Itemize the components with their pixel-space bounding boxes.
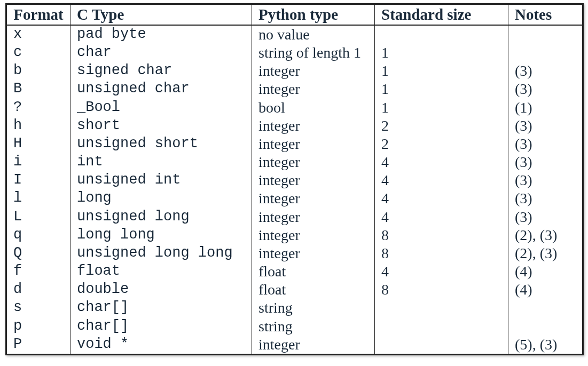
table-row: ffloatfloat4(4) — [6, 262, 583, 281]
cell-size: 2 — [375, 135, 508, 153]
cell-ctype: signed char — [70, 62, 252, 80]
cell-notes: (3) — [508, 135, 583, 153]
cell-pytype: string — [252, 317, 375, 336]
cell-ctype: unsigned int — [70, 171, 252, 189]
cell-pytype: integer — [252, 336, 375, 355]
cell-notes — [508, 299, 583, 317]
cell-pytype: no value — [252, 25, 375, 44]
table-row: llonginteger4(3) — [6, 189, 583, 208]
cell-ctype: int — [70, 153, 252, 171]
cell-ctype: unsigned char — [70, 80, 252, 98]
cell-size: 4 — [375, 208, 508, 226]
cell-size: 2 — [375, 117, 508, 135]
cell-ctype: _Bool — [70, 99, 252, 117]
cell-pytype: integer — [252, 226, 375, 244]
table-row: Bunsigned charinteger1(3) — [6, 80, 583, 98]
cell-notes — [508, 317, 583, 336]
cell-format: H — [6, 135, 70, 153]
cell-notes: (2), (3) — [508, 244, 583, 262]
table-row: ccharstring of length 11 — [6, 44, 583, 62]
table-row: pchar[]string — [6, 317, 583, 336]
cell-ctype: unsigned long long — [70, 244, 252, 262]
cell-format: ? — [6, 99, 70, 117]
cell-format: p — [6, 317, 70, 336]
cell-notes: (3) — [508, 189, 583, 208]
cell-pytype: integer — [252, 80, 375, 98]
cell-pytype: integer — [252, 153, 375, 171]
cell-ctype: long — [70, 189, 252, 208]
struct-format-table: Format C Type Python type Standard size … — [5, 3, 584, 355]
cell-notes: (3) — [508, 62, 583, 80]
table-row: bsigned charinteger1(3) — [6, 62, 583, 80]
cell-ctype: double — [70, 281, 252, 299]
cell-notes: (3) — [508, 171, 583, 189]
cell-format: I — [6, 171, 70, 189]
col-header-ctype: C Type — [70, 4, 252, 26]
cell-format: P — [6, 336, 70, 355]
cell-ctype: pad byte — [70, 25, 252, 44]
table-row: ddoublefloat8(4) — [6, 281, 583, 299]
cell-ctype: char[] — [70, 317, 252, 336]
cell-format: l — [6, 189, 70, 208]
cell-format: f — [6, 262, 70, 281]
cell-size: 1 — [375, 44, 508, 62]
cell-format: d — [6, 281, 70, 299]
cell-size: 8 — [375, 226, 508, 244]
cell-format: L — [6, 208, 70, 226]
cell-notes: (3) — [508, 153, 583, 171]
table-row: xpad byteno value — [6, 25, 583, 44]
cell-notes: (4) — [508, 281, 583, 299]
cell-pytype: integer — [252, 171, 375, 189]
cell-notes — [508, 44, 583, 62]
table-row: Hunsigned shortinteger2(3) — [6, 135, 583, 153]
cell-notes: (4) — [508, 262, 583, 281]
cell-ctype: short — [70, 117, 252, 135]
cell-size — [375, 299, 508, 317]
cell-format: c — [6, 44, 70, 62]
cell-pytype: float — [252, 262, 375, 281]
cell-pytype: integer — [252, 62, 375, 80]
cell-format: Q — [6, 244, 70, 262]
col-header-format: Format — [6, 4, 70, 26]
cell-format: h — [6, 117, 70, 135]
cell-pytype: integer — [252, 189, 375, 208]
cell-size: 4 — [375, 153, 508, 171]
table-row: Iunsigned intinteger4(3) — [6, 171, 583, 189]
cell-pytype: float — [252, 281, 375, 299]
cell-format: b — [6, 62, 70, 80]
cell-size: 8 — [375, 281, 508, 299]
cell-notes: (3) — [508, 208, 583, 226]
col-header-pytype: Python type — [252, 4, 375, 26]
cell-ctype: unsigned long — [70, 208, 252, 226]
cell-size: 8 — [375, 244, 508, 262]
cell-pytype: bool — [252, 99, 375, 117]
cell-notes: (2), (3) — [508, 226, 583, 244]
cell-ctype: long long — [70, 226, 252, 244]
cell-ctype: unsigned short — [70, 135, 252, 153]
col-header-size: Standard size — [375, 4, 508, 26]
cell-size — [375, 336, 508, 355]
cell-notes — [508, 25, 583, 44]
cell-ctype: float — [70, 262, 252, 281]
table-row: hshortinteger2(3) — [6, 117, 583, 135]
table-row: iintinteger4(3) — [6, 153, 583, 171]
cell-pytype: integer — [252, 117, 375, 135]
cell-pytype: integer — [252, 208, 375, 226]
cell-notes: (5), (3) — [508, 336, 583, 355]
table-row: Pvoid *integer(5), (3) — [6, 336, 583, 355]
cell-size — [375, 317, 508, 336]
table-row: Lunsigned longinteger4(3) — [6, 208, 583, 226]
cell-format: s — [6, 299, 70, 317]
table-row: schar[]string — [6, 299, 583, 317]
cell-size: 4 — [375, 171, 508, 189]
table-header-row: Format C Type Python type Standard size … — [6, 4, 583, 26]
cell-format: x — [6, 25, 70, 44]
table-body: xpad byteno valueccharstring of length 1… — [6, 25, 583, 354]
cell-notes: (3) — [508, 80, 583, 98]
col-header-notes: Notes — [508, 4, 583, 26]
cell-format: q — [6, 226, 70, 244]
table-row: ?_Boolbool1(1) — [6, 99, 583, 117]
cell-size: 4 — [375, 189, 508, 208]
cell-pytype: string — [252, 299, 375, 317]
cell-size — [375, 25, 508, 44]
